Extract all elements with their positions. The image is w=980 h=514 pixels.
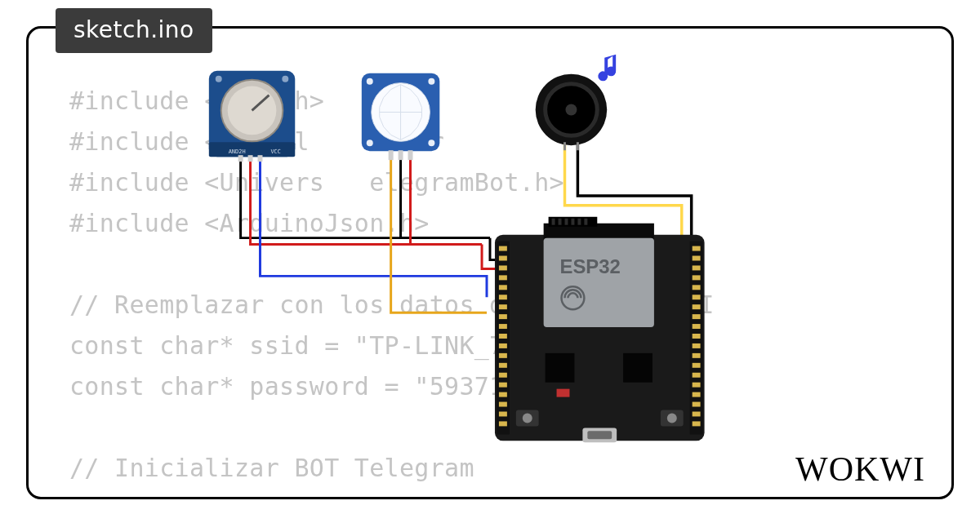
svg-rect-28 [499, 246, 507, 251]
brand-text: WOKWI [795, 450, 925, 488]
status-led [557, 389, 570, 397]
esp32-board-component[interactable]: ESP32 [495, 217, 705, 443]
svg-rect-53 [693, 295, 701, 299]
svg-rect-84 [587, 431, 612, 439]
svg-rect-56 [693, 324, 701, 329]
svg-rect-1 [209, 142, 295, 157]
svg-point-13 [367, 140, 373, 146]
svg-rect-7 [238, 155, 243, 162]
svg-rect-30 [499, 265, 507, 270]
svg-rect-41 [499, 373, 507, 378]
svg-rect-69 [552, 219, 555, 225]
svg-rect-65 [693, 411, 701, 416]
svg-rect-77 [623, 353, 653, 383]
usb-port [582, 428, 617, 442]
svg-rect-39 [499, 353, 507, 358]
gas-sensor-component[interactable]: AND2H VCC [209, 71, 295, 162]
tab-filename: sketch.ino [74, 16, 194, 43]
svg-rect-66 [693, 421, 701, 426]
svg-rect-62 [693, 383, 701, 388]
pir-sensor-component[interactable] [362, 73, 439, 160]
svg-point-12 [428, 78, 434, 85]
wire-gnd [401, 158, 490, 237]
svg-rect-32 [499, 285, 507, 290]
svg-point-6 [282, 76, 288, 82]
svg-point-80 [523, 413, 532, 423]
chip-label: ESP32 [560, 255, 621, 277]
svg-rect-71 [564, 219, 568, 225]
svg-rect-74 [584, 219, 587, 225]
gas-sensor-label-right: VCC [270, 148, 281, 155]
svg-rect-40 [499, 363, 507, 368]
music-note-icon [598, 55, 616, 81]
wire-vcc [411, 158, 483, 244]
svg-rect-20 [408, 150, 413, 160]
svg-rect-38 [499, 343, 507, 348]
wire-signal-blue [260, 159, 487, 297]
wiring-diagram: AND2H VCC [29, 29, 951, 499]
svg-rect-59 [693, 353, 701, 358]
svg-rect-63 [693, 392, 701, 397]
svg-point-14 [428, 140, 434, 146]
canvas-frame: #include <WiFi.h> #include <WiFiCl Secur… [26, 26, 954, 499]
boot-button[interactable] [661, 410, 684, 427]
svg-rect-19 [399, 150, 403, 160]
svg-rect-31 [499, 275, 507, 280]
svg-rect-48 [693, 246, 701, 251]
buzzer-component[interactable] [536, 74, 608, 151]
svg-rect-49 [693, 256, 701, 261]
wire-signal-orange [391, 158, 487, 312]
svg-rect-52 [693, 285, 701, 290]
reset-button[interactable] [516, 410, 539, 427]
svg-rect-55 [693, 314, 701, 319]
svg-rect-29 [499, 256, 507, 261]
svg-rect-60 [693, 363, 701, 368]
svg-point-11 [367, 78, 373, 85]
svg-rect-43 [499, 392, 507, 397]
svg-rect-46 [499, 421, 507, 426]
svg-rect-58 [693, 343, 701, 348]
header-right [690, 241, 703, 435]
svg-point-23 [565, 104, 577, 116]
svg-rect-37 [499, 334, 507, 339]
brand-logo: WOKWI [795, 450, 925, 489]
svg-rect-70 [559, 219, 562, 225]
svg-rect-72 [571, 219, 574, 225]
svg-rect-18 [389, 150, 394, 160]
gas-sensor-label-left: AND2H [229, 148, 246, 155]
svg-rect-75 [544, 238, 654, 327]
file-tab[interactable]: sketch.ino [56, 8, 212, 53]
svg-point-82 [667, 413, 677, 423]
svg-rect-50 [693, 265, 701, 270]
svg-rect-57 [693, 334, 701, 339]
svg-rect-54 [693, 304, 701, 309]
header-left [497, 241, 510, 435]
wire-vcc [251, 159, 482, 244]
svg-rect-64 [693, 402, 701, 407]
svg-rect-78 [546, 353, 575, 383]
svg-rect-36 [499, 324, 507, 329]
svg-rect-51 [693, 275, 701, 280]
svg-rect-34 [499, 304, 507, 309]
svg-rect-45 [499, 411, 507, 416]
svg-rect-42 [499, 383, 507, 388]
wire-gnd [241, 159, 490, 237]
svg-rect-9 [258, 155, 263, 162]
svg-rect-73 [577, 219, 581, 225]
svg-point-5 [216, 76, 222, 82]
svg-rect-61 [693, 373, 701, 378]
svg-rect-35 [499, 314, 507, 319]
svg-rect-33 [499, 295, 507, 299]
svg-rect-44 [499, 402, 507, 407]
svg-rect-8 [248, 155, 253, 162]
